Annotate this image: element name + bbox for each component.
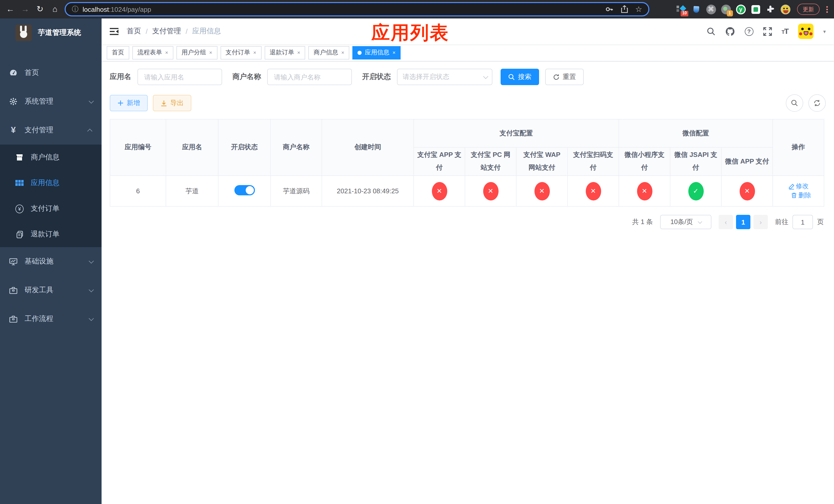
current-page-button[interactable]: 1 <box>736 215 750 229</box>
tab-merchant-info[interactable]: 商户信息× <box>308 46 350 59</box>
export-button[interactable]: 导出 <box>153 95 191 111</box>
show-search-toggle-button[interactable] <box>786 94 803 112</box>
breadcrumb-home[interactable]: 首页 <box>127 27 141 36</box>
browser-menu-icon[interactable] <box>826 6 828 13</box>
add-button[interactable]: 新增 <box>110 95 148 111</box>
user-avatar[interactable] <box>798 24 813 39</box>
help-icon[interactable]: ? <box>745 27 753 36</box>
monitor-icon <box>9 258 18 265</box>
tab-process-form[interactable]: 流程表单× <box>132 46 173 59</box>
sidebar-item-home[interactable]: 首页 <box>0 59 102 87</box>
reload-icon[interactable]: ↻ <box>35 5 45 13</box>
sidebar-item-app-info[interactable]: 应用信息 <box>0 170 102 196</box>
forward-icon[interactable]: → <box>20 5 30 13</box>
cell-created: 2021-10-23 08:49:25 <box>322 176 414 206</box>
profile-avatar-icon[interactable] <box>780 4 790 14</box>
next-page-button[interactable]: › <box>753 215 768 229</box>
share-icon[interactable] <box>620 5 628 13</box>
extension-badge: 10 <box>681 11 688 17</box>
sidebar-item-dev-tools[interactable]: 研发工具 <box>0 276 102 304</box>
app-name-input[interactable] <box>137 69 222 85</box>
status-select[interactable]: 请选择开启状态 <box>397 69 492 85</box>
back-icon[interactable]: ← <box>5 5 15 13</box>
close-icon[interactable]: × <box>165 50 168 55</box>
extension-y-icon[interactable]: y <box>736 4 746 14</box>
sidebar-item-pay-order[interactable]: ¥ 支付订单 <box>0 196 102 222</box>
search-button[interactable]: 搜索 <box>501 69 539 85</box>
yen-icon: ¥ <box>9 125 18 135</box>
main-area: 首页 / 支付管理 / 应用信息 ? <box>102 19 834 504</box>
cell-alipay-wap: ✕ <box>516 176 568 206</box>
col-wx-mini: 微信小程序支付 <box>619 147 670 176</box>
extension-kite-icon[interactable] <box>691 4 701 14</box>
sidebar-item-infrastructure[interactable]: 基础设施 <box>0 247 102 276</box>
merchant-name-input[interactable] <box>267 69 352 85</box>
header-search-icon[interactable] <box>706 27 715 36</box>
bookmark-star-icon[interactable]: ☆ <box>635 5 642 14</box>
sidebar-item-label: 应用信息 <box>31 178 60 188</box>
tab-home[interactable]: 首页 <box>107 46 129 59</box>
sidebar-item-refund-order[interactable]: 退款订单 <box>0 222 102 247</box>
github-icon[interactable] <box>725 26 735 36</box>
chevron-down-icon <box>89 287 94 292</box>
sidebar-item-merchant-info[interactable]: 商户信息 <box>0 144 102 170</box>
grid-icon <box>15 180 24 187</box>
cell-wx-mini: ✕ <box>619 176 670 206</box>
cell-alipay-pc: ✕ <box>465 176 516 206</box>
breadcrumb-separator: / <box>186 27 188 36</box>
home-icon[interactable]: ⌂ <box>50 5 60 13</box>
cell-operation: 修改 删除 <box>773 176 824 206</box>
col-group-alipay: 支付宝配置 <box>414 119 619 147</box>
close-icon[interactable]: × <box>341 50 345 55</box>
chrome-update-button[interactable]: 更新 <box>797 4 820 15</box>
url-text[interactable]: localhost:1024/pay/app <box>83 5 151 13</box>
avatar-caret-icon[interactable]: ▾ <box>823 28 826 34</box>
sidebar-logo-row[interactable]: 芋道管理系统 <box>0 19 102 47</box>
status-toggle[interactable] <box>234 185 255 196</box>
close-icon[interactable]: × <box>392 50 395 55</box>
tab-app-info[interactable]: 应用信息× <box>352 46 401 59</box>
sidebar-item-label: 工作流程 <box>25 314 53 323</box>
close-icon[interactable]: × <box>297 50 300 55</box>
password-key-icon[interactable] <box>605 5 613 13</box>
sidebar-item-label: 系统管理 <box>25 97 53 106</box>
extension-chat-icon[interactable] <box>750 4 761 14</box>
sidebar-item-payment[interactable]: ¥ 支付管理 <box>0 116 102 144</box>
sidebar-item-workflow[interactable]: 工作流程 <box>0 304 102 333</box>
tab-pay-order[interactable]: 支付订单× <box>220 46 261 59</box>
extension-octotree-icon[interactable]: 1 <box>721 4 731 14</box>
delete-link[interactable]: 删除 <box>791 191 811 200</box>
tab-refund-order[interactable]: 退款订单× <box>264 46 305 59</box>
sidebar-item-label: 基础设施 <box>25 257 53 266</box>
refresh-table-button[interactable] <box>808 94 826 112</box>
chevron-down-icon <box>698 220 702 224</box>
sidebar-item-label: 支付管理 <box>25 125 53 135</box>
edit-link[interactable]: 修改 <box>788 182 809 191</box>
extension-command-icon[interactable]: ⌘ <box>706 4 716 14</box>
sidebar-item-system[interactable]: 系统管理 <box>0 87 102 116</box>
disabled-status-icon: ✕ <box>739 182 755 200</box>
app-logo <box>15 25 32 41</box>
yen-circle-icon: ¥ <box>15 204 24 213</box>
close-icon[interactable]: × <box>253 50 256 55</box>
font-size-icon[interactable]: TT <box>782 27 788 36</box>
extension-axure-icon[interactable]: 10 <box>676 4 686 14</box>
breadcrumb-payment[interactable]: 支付管理 <box>152 27 181 36</box>
close-icon[interactable]: × <box>209 50 212 55</box>
page-size-select[interactable]: 10条/页 <box>660 215 711 229</box>
goto-page-input[interactable] <box>792 215 813 229</box>
reset-button[interactable]: 重置 <box>545 69 584 85</box>
fullscreen-icon[interactable] <box>763 27 772 36</box>
extensions-puzzle-icon[interactable] <box>765 4 775 14</box>
site-info-icon[interactable]: ⓘ <box>72 5 79 14</box>
enabled-status-icon: ✓ <box>688 182 703 200</box>
url-host: localhost <box>83 5 109 13</box>
disabled-status-icon: ✕ <box>637 182 652 200</box>
cell-wx-app: ✕ <box>721 176 773 206</box>
address-bar[interactable]: ⓘ localhost:1024/pay/app ☆ <box>65 2 649 17</box>
prev-page-button[interactable]: ‹ <box>719 215 733 229</box>
col-merchant: 商户名称 <box>270 119 322 176</box>
collapse-sidebar-icon[interactable] <box>110 27 118 35</box>
payment-submenu: 商户信息 应用信息 ¥ 支付订单 <box>0 144 102 247</box>
tab-user-group[interactable]: 用户分组× <box>176 46 218 59</box>
